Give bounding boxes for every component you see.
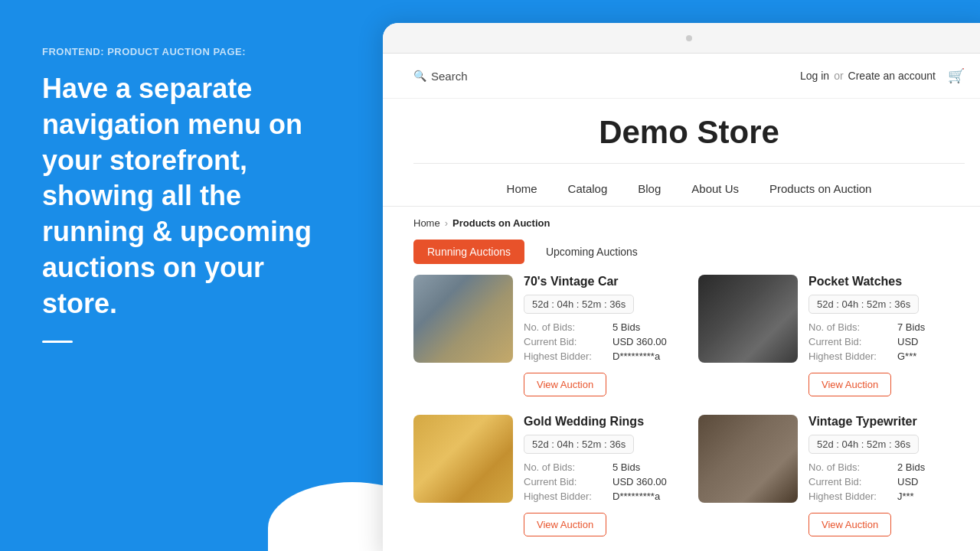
bid-label: Current Bid: [524,336,608,347]
view-auction-button[interactable]: View Auction [808,513,891,536]
nav-bar: Home Catalog Blog About Us Products on A… [383,171,980,207]
bids-value: 5 Bids [612,321,640,333]
bidder-label: Highest Bidder: [808,491,893,502]
auction-timer: 52d : 04h : 52m : 36s [524,435,634,454]
left-heading: Have a separate navigation menu on your … [42,71,341,322]
bids-value: 5 Bids [612,461,640,473]
auction-timer: 52d : 04h : 52m : 36s [808,295,919,314]
bid-value: USD [897,336,918,347]
auction-card: Pocket Watches 52d : 04h : 52m : 36s No.… [698,275,965,396]
bid-value: USD [897,476,918,487]
auction-image-placeholder [698,415,798,503]
store-title: Demo Store [413,114,965,151]
auction-card: Gold Wedding Rings 52d : 04h : 52m : 36s… [413,415,680,536]
auction-title: Vintage Typewriter [808,415,965,429]
auction-bidder: Highest Bidder: J*** [808,491,965,502]
breadcrumb-current: Products on Auction [452,217,550,229]
bid-label: Current Bid: [808,336,893,347]
nav-item-auction[interactable]: Products on Auction [769,182,871,195]
browser-panel: 🔍 Search Log in or Create an account 🛒 D… [383,23,980,551]
auction-bidder: Highest Bidder: D*********a [524,491,680,502]
auction-card: 70's Vintage Car 52d : 04h : 52m : 36s N… [413,275,680,396]
auction-info: 70's Vintage Car 52d : 04h : 52m : 36s N… [524,275,680,396]
nav-item-home[interactable]: Home [507,182,537,195]
auction-image [413,275,513,363]
bid-value: USD 360.00 [612,336,667,347]
auction-title: Gold Wedding Rings [524,415,680,429]
auction-tabs: Running Auctions Upcoming Auctions [383,240,980,275]
auction-grid: 70's Vintage Car 52d : 04h : 52m : 36s N… [383,275,980,551]
nav-item-blog[interactable]: Blog [638,182,661,195]
browser-chrome [383,23,980,54]
view-auction-button[interactable]: View Auction [808,373,891,396]
cart-icon[interactable]: 🛒 [948,67,965,84]
auction-image [698,275,798,363]
auction-title: Pocket Watches [808,275,965,289]
login-link[interactable]: Log in [800,70,829,82]
search-icon: 🔍 [413,70,426,82]
left-label: FRONTEND: PRODUCT AUCTION PAGE: [42,46,341,57]
bidder-value: D*********a [612,350,660,362]
auction-bids: No. of Bids: 5 Bids [524,461,680,473]
auction-bids: No. of Bids: 5 Bids [524,321,680,333]
title-divider [413,163,965,164]
bid-label: Current Bid: [808,476,893,487]
create-account-link[interactable]: Create an account [848,70,936,82]
bidder-value: J*** [897,491,914,502]
view-auction-button[interactable]: View Auction [524,373,606,396]
bidder-value: G*** [897,350,916,362]
auction-image [698,415,798,503]
store-content[interactable]: 🔍 Search Log in or Create an account 🛒 D… [383,54,980,551]
auction-bidder: Highest Bidder: D*********a [524,350,680,362]
tab-upcoming[interactable]: Upcoming Auctions [532,240,652,264]
bidder-label: Highest Bidder: [808,350,893,362]
bids-label: No. of Bids: [808,321,893,333]
bids-label: No. of Bids: [524,321,608,333]
left-panel: FRONTEND: PRODUCT AUCTION PAGE: Have a s… [0,0,383,551]
auction-info: Pocket Watches 52d : 04h : 52m : 36s No.… [808,275,965,396]
breadcrumb: Home › Products on Auction [383,207,980,240]
nav-item-catalog[interactable]: Catalog [568,182,608,195]
auction-title: 70's Vintage Car [524,275,680,289]
auction-timer: 52d : 04h : 52m : 36s [524,295,634,314]
search-label: Search [431,70,468,83]
bids-value: 7 Bids [897,321,925,333]
header-auth: Log in or Create an account 🛒 [800,67,965,84]
browser-dot [686,35,692,41]
auction-image [413,415,513,503]
auction-bid: Current Bid: USD [808,476,965,487]
auction-bids: No. of Bids: 2 Bids [808,461,965,473]
store-title-area: Demo Store [383,99,980,171]
auction-bid: Current Bid: USD 360.00 [524,476,680,487]
auction-card: Vintage Typewriter 52d : 04h : 52m : 36s… [698,415,965,536]
auction-info: Gold Wedding Rings 52d : 04h : 52m : 36s… [524,415,680,536]
auction-bidder: Highest Bidder: G*** [808,350,965,362]
view-auction-button[interactable]: View Auction [524,513,606,536]
auction-bid: Current Bid: USD [808,336,965,347]
bidder-label: Highest Bidder: [524,350,608,362]
bids-label: No. of Bids: [808,461,893,473]
bids-value: 2 Bids [897,461,925,473]
auction-image-placeholder [698,275,798,363]
bids-label: No. of Bids: [524,461,608,473]
bidder-value: D*********a [612,491,660,502]
auction-timer: 52d : 04h : 52m : 36s [808,435,919,454]
auction-bid: Current Bid: USD 360.00 [524,336,680,347]
auth-separator: or [834,70,843,82]
breadcrumb-separator: › [445,217,448,229]
breadcrumb-home[interactable]: Home [413,217,440,229]
bid-value: USD 360.00 [612,476,667,487]
auction-bids: No. of Bids: 7 Bids [808,321,965,333]
auction-info: Vintage Typewriter 52d : 04h : 52m : 36s… [808,415,965,536]
auction-image-placeholder [413,275,513,363]
store-header: 🔍 Search Log in or Create an account 🛒 [383,54,980,99]
search-button[interactable]: 🔍 Search [413,70,468,83]
bid-label: Current Bid: [524,476,608,487]
bidder-label: Highest Bidder: [524,491,608,502]
tab-running[interactable]: Running Auctions [413,240,524,264]
auction-image-placeholder [413,415,513,503]
left-divider [42,341,73,343]
nav-item-about[interactable]: About Us [691,182,739,195]
